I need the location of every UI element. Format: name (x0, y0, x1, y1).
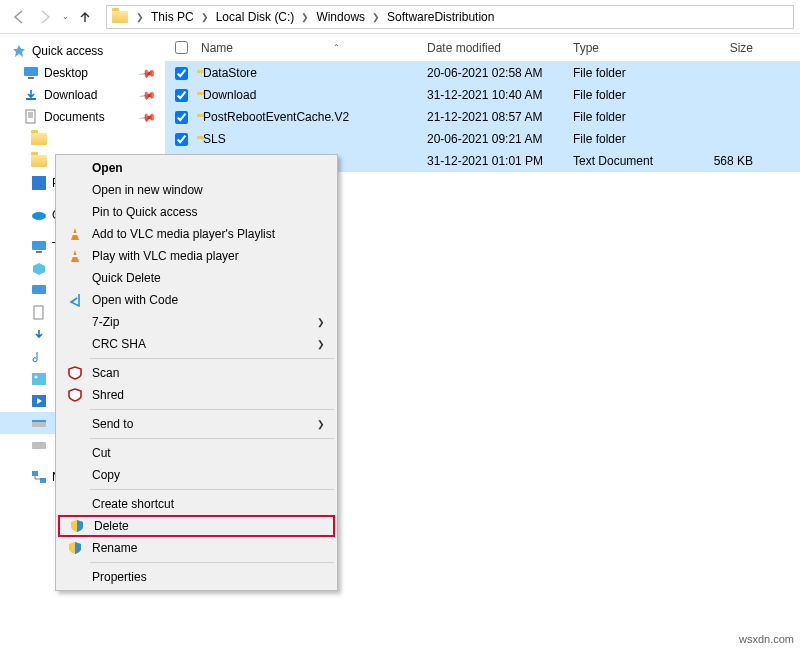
column-header-type[interactable]: Type (573, 41, 693, 55)
ctx-open-with-code[interactable]: Open with Code (58, 289, 335, 311)
select-all-checkbox[interactable] (165, 41, 197, 54)
row-date: 31-12-2021 10:40 AM (427, 88, 573, 102)
watermark: wsxdn.com (739, 633, 794, 645)
svg-rect-11 (34, 306, 43, 319)
up-button[interactable] (72, 4, 98, 30)
download-icon (30, 328, 48, 342)
row-type: File folder (573, 110, 693, 124)
separator (90, 562, 334, 563)
svg-marker-9 (33, 263, 45, 275)
drive-icon (30, 439, 48, 451)
ctx-send-to[interactable]: Send to❯ (58, 413, 335, 435)
row-type: File folder (573, 88, 693, 102)
svg-rect-18 (32, 442, 46, 449)
row-name: SLS (197, 132, 427, 146)
shield-icon (68, 517, 86, 535)
column-header-size[interactable]: Size (693, 41, 763, 55)
row-name: Download (197, 88, 427, 102)
row-date: 20-06-2021 09:21 AM (427, 132, 573, 146)
separator (90, 358, 334, 359)
network-icon (30, 470, 48, 484)
star-icon (12, 44, 26, 58)
chevron-right-icon: ❯ (196, 12, 214, 22)
sidebar-item-label: Desktop (44, 66, 88, 80)
sort-indicator-icon: ⌃ (333, 43, 340, 52)
file-row[interactable]: DataStore20-06-2021 02:58 AMFile folder (165, 62, 800, 84)
back-button[interactable] (6, 4, 32, 30)
row-date: 21-12-2021 08:57 AM (427, 110, 573, 124)
ctx-add-vlc-playlist[interactable]: Add to VLC media player's Playlist (58, 223, 335, 245)
submenu-arrow-icon: ❯ (317, 339, 325, 349)
file-row[interactable]: PostRebootEventCache.V221-12-2021 08:57 … (165, 106, 800, 128)
folder-icon (111, 8, 129, 26)
submenu-arrow-icon: ❯ (317, 317, 325, 327)
ctx-cut[interactable]: Cut (58, 442, 335, 464)
svg-rect-5 (32, 176, 46, 190)
svg-marker-0 (13, 45, 25, 57)
row-name: PostRebootEventCache.V2 (197, 110, 427, 124)
svg-rect-22 (72, 233, 78, 235)
music-icon (30, 350, 48, 364)
submenu-arrow-icon: ❯ (317, 419, 325, 429)
ctx-pin-quick-access[interactable]: Pin to Quick access (58, 201, 335, 223)
sidebar-item-desktop[interactable]: Desktop 📌 (0, 62, 165, 84)
svg-rect-1 (24, 67, 38, 76)
this-pc-icon (30, 240, 48, 254)
pin-icon: 📌 (138, 86, 157, 105)
column-header-name[interactable]: Name ⌃ (197, 41, 427, 55)
ctx-rename[interactable]: Rename (58, 537, 335, 559)
file-row[interactable]: Download31-12-2021 10:40 AMFile folder (165, 84, 800, 106)
row-type: File folder (573, 66, 693, 80)
breadcrumb-item[interactable]: Local Disk (C:) (214, 10, 297, 24)
sidebar-item-label: Documents (44, 110, 105, 124)
sidebar-item-download[interactable]: Download 📌 (0, 84, 165, 106)
svg-rect-3 (26, 98, 36, 100)
mcafee-icon (66, 364, 84, 382)
row-checkbox[interactable] (165, 67, 197, 80)
row-checkbox[interactable] (165, 111, 197, 124)
drive-icon (30, 417, 48, 429)
row-date: 20-06-2021 02:58 AM (427, 66, 573, 80)
row-type: Text Document (573, 154, 693, 168)
breadcrumb-item[interactable]: SoftwareDistribution (385, 10, 496, 24)
sidebar-item-documents[interactable]: Documents 📌 (0, 106, 165, 128)
row-date: 31-12-2021 01:01 PM (427, 154, 573, 168)
ctx-scan[interactable]: Scan (58, 362, 335, 384)
ctx-copy[interactable]: Copy (58, 464, 335, 486)
videos-icon (30, 395, 48, 407)
forward-button[interactable] (32, 4, 58, 30)
sidebar-item[interactable] (0, 128, 165, 150)
ctx-quick-delete[interactable]: Quick Delete (58, 267, 335, 289)
file-row[interactable]: SLS20-06-2021 09:21 AMFile folder (165, 128, 800, 150)
breadcrumb-item[interactable]: This PC (149, 10, 196, 24)
ctx-play-vlc[interactable]: Play with VLC media player (58, 245, 335, 267)
desktop-icon (22, 66, 40, 80)
separator (90, 438, 334, 439)
ctx-crc-sha[interactable]: CRC SHA❯ (58, 333, 335, 355)
column-headers: Name ⌃ Date modified Type Size (165, 34, 800, 62)
row-size: 568 KB (693, 154, 763, 168)
ctx-open[interactable]: Open (58, 157, 335, 179)
ctx-delete[interactable]: Delete (58, 515, 335, 537)
address-bar[interactable]: ❯ This PC ❯ Local Disk (C:) ❯ Windows ❯ … (106, 5, 794, 29)
row-checkbox[interactable] (165, 133, 197, 146)
chevron-right-icon: ❯ (367, 12, 385, 22)
sidebar-item-label: Download (44, 88, 97, 102)
chevron-right-icon: ❯ (296, 12, 314, 22)
pin-icon: 📌 (138, 64, 157, 83)
ctx-7zip[interactable]: 7-Zip❯ (58, 311, 335, 333)
column-header-date[interactable]: Date modified (427, 41, 573, 55)
ctx-open-new-window[interactable]: Open in new window (58, 179, 335, 201)
separator (90, 409, 334, 410)
ctx-shred[interactable]: Shred (58, 384, 335, 406)
breadcrumb-item[interactable]: Windows (314, 10, 367, 24)
ctx-properties[interactable]: Properties (58, 566, 335, 588)
documents-icon (22, 109, 40, 125)
ctx-create-shortcut[interactable]: Create shortcut (58, 493, 335, 515)
quick-access[interactable]: Quick access (0, 40, 165, 62)
history-dropdown[interactable]: ⌄ (58, 12, 72, 21)
vlc-icon (66, 225, 84, 243)
row-checkbox[interactable] (165, 89, 197, 102)
vscode-icon (66, 291, 84, 309)
svg-point-6 (32, 212, 46, 220)
